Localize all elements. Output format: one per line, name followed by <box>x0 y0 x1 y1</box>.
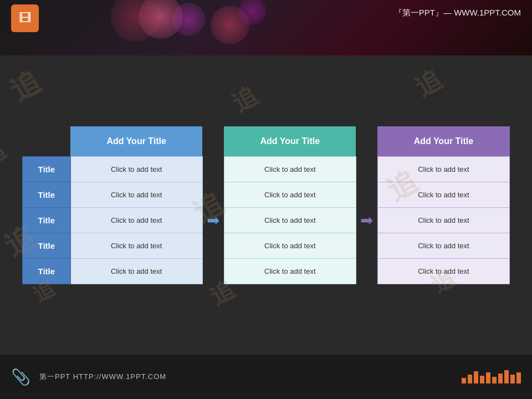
arrow-0-2 <box>356 156 377 182</box>
row-label-3[interactable]: Title <box>23 233 71 258</box>
row-label-2[interactable]: Title <box>23 207 71 233</box>
bar-5 <box>486 372 490 383</box>
arrow-4-1 <box>202 258 224 284</box>
row-2-col2[interactable]: Click to add text <box>224 207 356 233</box>
row-4-col3[interactable]: Click to add text <box>377 258 509 284</box>
main-content: Add Your Title Add Your Title Add Your T… <box>22 61 510 349</box>
row-0-col1[interactable]: Click to add text <box>70 156 202 182</box>
col-label-empty <box>23 126 71 157</box>
row-label-0[interactable]: Title <box>23 156 71 182</box>
row-0-col3[interactable]: Click to add text <box>377 156 509 182</box>
row-2-col3[interactable]: Click to add text <box>377 207 509 233</box>
bar-8 <box>504 370 509 383</box>
row-3-col2[interactable]: Click to add text <box>224 233 356 258</box>
row-label-1[interactable]: Title <box>23 182 71 207</box>
bar-6 <box>492 377 497 383</box>
arrow-4-2 <box>356 258 377 284</box>
arrow-1-2 <box>356 182 377 207</box>
logo-symbol: 🎞 <box>19 11 31 25</box>
arrow-3-1 <box>202 233 224 258</box>
col1-header[interactable]: Add Your Title <box>70 126 202 157</box>
row-4-col1[interactable]: Click to add text <box>70 258 202 284</box>
footer-text: 第一PPT HTTP://WWW.1PPT.COM <box>39 372 453 382</box>
row-label-4[interactable]: Title <box>23 258 71 284</box>
bar-3 <box>474 371 478 383</box>
comparison-table: Add Your Title Add Your Title Add Your T… <box>22 126 510 284</box>
site-title: 『第一PPT』— WWW.1PPT.COM <box>394 4 521 18</box>
footer: 📎 第一PPT HTTP://WWW.1PPT.COM <box>0 355 532 399</box>
arrow-col1-header <box>202 126 224 157</box>
row-3-col1[interactable]: Click to add text <box>70 233 202 258</box>
footer-icon: 📎 <box>11 368 30 386</box>
col3-header[interactable]: Add Your Title <box>377 126 509 157</box>
logo-icon: 🎞 <box>11 4 39 32</box>
row-1-col3[interactable]: Click to add text <box>377 182 509 207</box>
bar-7 <box>498 374 503 383</box>
arrow-1-1 <box>202 182 224 207</box>
arrow-3-2 <box>356 233 377 258</box>
arrow-0-1 <box>202 156 224 182</box>
row-3-col3[interactable]: Click to add text <box>377 233 509 258</box>
row-4-col2[interactable]: Click to add text <box>224 258 356 284</box>
row-0-col2[interactable]: Click to add text <box>224 156 356 182</box>
bar-10 <box>516 372 521 383</box>
col2-header[interactable]: Add Your Title <box>224 126 356 157</box>
bar-1 <box>462 378 466 383</box>
footer-bars <box>462 370 521 383</box>
arrow-2-2: ➡ <box>356 207 377 233</box>
row-2-col1[interactable]: Click to add text <box>70 207 202 233</box>
bar-2 <box>468 375 472 383</box>
arrow-col2-header <box>356 126 377 157</box>
row-1-col2[interactable]: Click to add text <box>224 182 356 207</box>
bar-9 <box>510 375 515 383</box>
bar-4 <box>480 376 484 383</box>
row-1-col1[interactable]: Click to add text <box>70 182 202 207</box>
arrow-2-1: ➡ <box>202 207 224 233</box>
top-bar: 🎞 『第一PPT』— WWW.1PPT.COM <box>0 0 532 55</box>
